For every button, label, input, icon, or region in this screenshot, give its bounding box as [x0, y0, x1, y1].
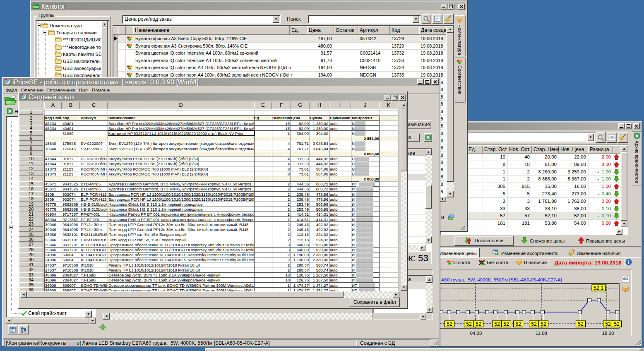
svg-text:52: 52 [466, 321, 472, 327]
svg-text:52: 52 [476, 321, 481, 327]
svg-text:52: 52 [614, 321, 620, 327]
svg-text:52: 52 [541, 321, 546, 327]
svg-text:52: 52 [447, 321, 452, 327]
svg-text:18.08: 18.08 [602, 331, 614, 336]
svg-text:52,1: 52,1 [594, 285, 603, 291]
svg-text:52: 52 [515, 321, 521, 327]
svg-text:52: 52 [503, 321, 509, 327]
svg-text:52: 52 [605, 321, 611, 327]
svg-text:52: 52 [531, 321, 537, 327]
svg-text:11.08: 11.08 [536, 331, 547, 336]
svg-text:52: 52 [494, 321, 500, 327]
svg-text:04.08: 04.08 [470, 331, 482, 336]
svg-text:52: 52 [578, 321, 584, 327]
